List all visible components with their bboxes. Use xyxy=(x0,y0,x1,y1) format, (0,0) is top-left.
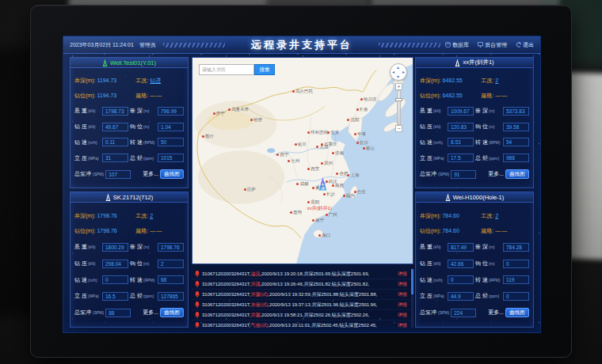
alarm-detail-link[interactable]: 详情 xyxy=(398,271,407,278)
well-marker-label: xx井(斜井1) xyxy=(307,205,332,212)
alarm-detail-link[interactable]: 详情 xyxy=(398,312,407,319)
more-link[interactable]: 更多... xyxy=(488,170,504,178)
nav-database[interactable]: 数据库 xyxy=(445,41,469,49)
map-city-label: 成都 xyxy=(296,181,308,187)
curve-chart-button[interactable]: 曲线图 xyxy=(505,308,529,317)
spec-label: 规格: xyxy=(481,228,493,233)
pan-right-icon[interactable]: ▸ xyxy=(402,70,405,74)
derrick-icon xyxy=(102,59,108,67)
city-dot-icon xyxy=(296,183,299,185)
spec-value: —— xyxy=(495,228,508,233)
curve-chart-button[interactable]: 曲线图 xyxy=(160,169,184,179)
more-link[interactable]: 更多... xyxy=(143,309,158,317)
alarm-scrollbar-thumb[interactable] xyxy=(411,269,413,294)
alarm-type: 井漏(试) xyxy=(250,292,268,297)
field-label: 钩 位 xyxy=(130,260,142,267)
field-value: 1798.76 xyxy=(158,243,184,252)
field-row: 钻 压(kN)298.04 钩 位(m)2 xyxy=(74,260,184,268)
field-label: 总 烃 xyxy=(130,154,142,162)
well-panel-header[interactable]: Well.Test01(Y.01) xyxy=(70,58,188,68)
alarm-message: 31067120200326431T,井漏,2020/9/13 19:58:21… xyxy=(202,312,395,319)
map-city-label: 兰州 xyxy=(288,158,299,164)
more-link[interactable]: 更多... xyxy=(143,170,158,178)
city-dot-icon xyxy=(307,131,310,134)
alarm-detail-text: ,2020/9/13 19:26:46,井深2501.82,钻头深度2501.8… xyxy=(260,282,369,286)
bit-spec-line: 钻位(m):1798.76 规格:—— xyxy=(74,227,184,235)
condition-value: 2 xyxy=(495,213,498,218)
map-city-label: 郑州 xyxy=(321,161,333,166)
search-button[interactable]: 搜索 xyxy=(254,64,275,75)
city-dot-icon xyxy=(295,143,297,146)
logout-icon xyxy=(516,42,521,47)
database-icon xyxy=(445,42,451,47)
header-deco-left xyxy=(163,43,225,47)
city-dot-icon xyxy=(360,98,363,100)
field-row: 悬 重(kN)817.49 垂 深(m)784.28 xyxy=(420,243,529,252)
condition-label: 工况: xyxy=(135,78,148,83)
map-city-label: 福州 xyxy=(343,193,355,199)
china-map[interactable]: 乌鲁木齐伊宁喀什哈密乌兰巴托拉萨西宁兰州银川呼和浩特太原北京石家庄济南郑州西安合… xyxy=(192,57,413,264)
map-city-label: 拉萨 xyxy=(244,187,256,192)
pan-up-icon[interactable]: ▴ xyxy=(397,65,399,70)
field-label: 立 压 xyxy=(420,154,432,162)
spec-value: —— xyxy=(150,228,162,233)
field-value: 0 xyxy=(503,292,529,301)
pan-left-icon[interactable]: ◂ xyxy=(392,70,394,74)
zoom-slider-handle[interactable] xyxy=(395,98,402,101)
bit-spec-line: 钻位(m):784.60 规格:—— xyxy=(420,227,529,235)
alarm-message: 31067120200326431T,井漏(试),2020/9/13 19:32… xyxy=(202,291,395,298)
search-input[interactable] xyxy=(199,64,254,75)
well-panel-header[interactable]: Wei-H1000(Hole-1) xyxy=(416,192,533,203)
field-value: 39.58 xyxy=(503,123,529,131)
map-pan-control[interactable]: ▴ ▾ ◂ ▸ xyxy=(390,63,407,81)
curve-chart-button[interactable]: 曲线图 xyxy=(160,308,184,317)
monitor-icon xyxy=(478,42,483,47)
map-city-label: 沈阳 xyxy=(347,117,359,123)
map-city-label: 石家庄 xyxy=(321,142,337,147)
field-unit: (RPM) xyxy=(143,278,156,282)
alarm-detail-link[interactable]: 详情 xyxy=(398,322,407,328)
field-unit: (m/h) xyxy=(88,278,101,282)
more-link[interactable]: 更多... xyxy=(488,309,504,317)
city-dot-icon xyxy=(347,119,349,121)
map-city-label: 乌鲁木齐 xyxy=(228,107,249,112)
map-city-label: 首尔 xyxy=(356,140,368,146)
curve-chart-button[interactable]: 曲线图 xyxy=(505,169,529,179)
field-label: 转 速 xyxy=(130,138,142,146)
map-zoom-slider[interactable] xyxy=(397,90,401,125)
bit-depth-label: 钻位(m): xyxy=(420,93,440,98)
alarm-row: 31067120200326431T,井涌,2020/9/13 19:26:46… xyxy=(192,279,413,290)
map-city-label: 哈尔滨 xyxy=(360,97,377,102)
nav-logout[interactable]: 退出 xyxy=(516,41,534,49)
alarm-detail-link[interactable]: 详情 xyxy=(398,291,407,298)
alarm-detail-link[interactable]: 详情 xyxy=(398,281,407,288)
depth-condition-line: 井深(m):1194.73 工况:钻进 xyxy=(74,77,184,85)
field-value: 31 xyxy=(102,154,128,162)
field-unit: (kN) xyxy=(88,245,101,249)
nav-admin[interactable]: 后台管理 xyxy=(478,41,507,49)
field-row: 悬 重(kN)1798.73 垂 深(m)796.99 xyxy=(74,107,184,116)
map-city-label: 哈密 xyxy=(250,117,262,123)
map-zoom-out-button[interactable]: − xyxy=(395,125,402,132)
pan-down-icon[interactable]: ▾ xyxy=(397,74,399,79)
panel-footer: 总泵冲 (SPM) 91 更多... 曲线图 xyxy=(420,169,529,179)
condition-value: 钻进 xyxy=(150,78,161,83)
alarm-detail-link[interactable]: 详情 xyxy=(398,301,407,309)
map-zoom-in-button[interactable]: + xyxy=(395,83,402,90)
alarm-message: 31067120200326431T,水侵(试),2020/9/13 19:37… xyxy=(202,301,395,309)
alarm-scrollbar[interactable] xyxy=(411,269,413,328)
well-panel-header[interactable]: SK.21712(712) xyxy=(70,192,188,203)
well-depth-value: 1194.73 xyxy=(97,78,116,83)
derrick-icon xyxy=(105,193,111,202)
field-label: 总 烃 xyxy=(475,154,487,162)
alarm-well-id: 31067120200326431T, xyxy=(202,271,250,276)
page-title: 远程录井支持平台 xyxy=(251,38,352,52)
field-label: 悬 重 xyxy=(74,107,86,115)
field-row: 钻 速(m/h)8.53 转 速(RPM)54 xyxy=(420,138,529,146)
city-dot-icon xyxy=(228,108,231,111)
city-dot-icon xyxy=(332,184,334,187)
well-panel-header[interactable]: xx井(斜井1) xyxy=(416,58,533,68)
map-city-label: 台北 xyxy=(354,189,366,195)
field-label: 钻 压 xyxy=(74,260,86,267)
field-unit: (RPM) xyxy=(489,140,501,145)
